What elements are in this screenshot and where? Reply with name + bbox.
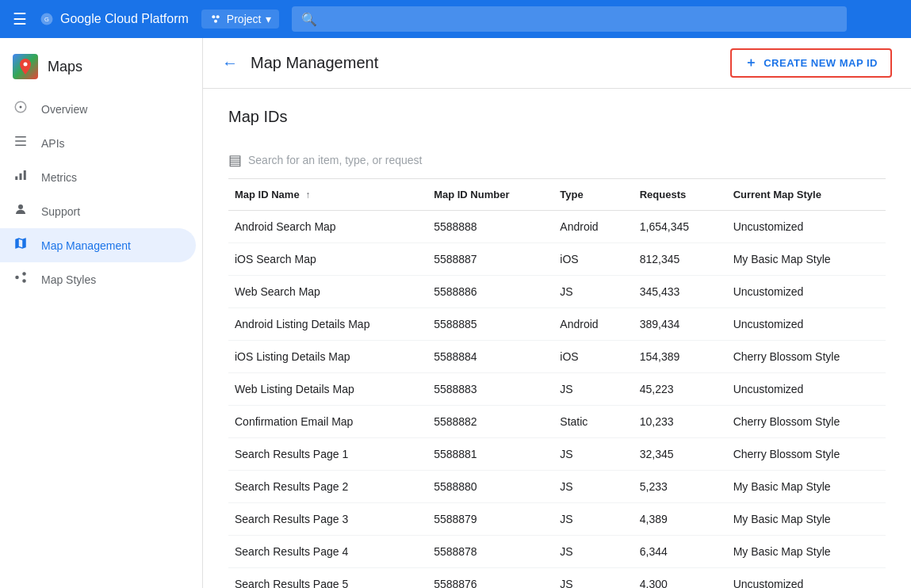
sidebar-app-title: Maps [48, 59, 82, 75]
cell-type: Static [547, 406, 626, 438]
sidebar: Maps Overview APIs Metrics Support Map M… [0, 38, 203, 588]
cell-type: Android [547, 211, 626, 243]
plus-icon: ＋ [744, 55, 758, 71]
cell-number: 5588885 [421, 308, 547, 341]
search-bar[interactable]: 🔍 [292, 6, 847, 32]
cell-number: 5588883 [421, 373, 547, 406]
col-header-number: Map ID Number [421, 179, 547, 211]
cell-style: My Basic Map Style [721, 471, 886, 503]
table-row[interactable]: Web Search Map5588886JS345,433Uncustomiz… [228, 276, 886, 308]
table-header: Map ID Name ↑Map ID NumberTypeRequestsCu… [228, 179, 886, 211]
top-header: ☰ G Google Cloud Platform Project ▾ 🔍 [0, 0, 911, 38]
map-management-icon [13, 236, 29, 254]
svg-rect-8 [15, 140, 26, 142]
cell-requests: 4,300 [627, 568, 721, 589]
cell-style: My Basic Map Style [721, 243, 886, 276]
svg-point-2 [212, 15, 215, 18]
col-header-name[interactable]: Map ID Name ↑ [228, 179, 421, 211]
maps-logo-icon [16, 57, 35, 76]
cell-requests: 154,389 [627, 341, 721, 373]
cell-name: iOS Listing Details Map [228, 341, 421, 373]
svg-text:G: G [44, 16, 49, 23]
apis-icon [13, 134, 29, 152]
sidebar-item-support[interactable]: Support [0, 194, 196, 228]
cell-number: 5588888 [421, 211, 547, 243]
table-row[interactable]: Search Results Page 25588880JS5,233My Ba… [228, 471, 886, 503]
table-row[interactable]: Search Results Page 35588879JS4,389My Ba… [228, 503, 886, 536]
sidebar-item-label: Overview [41, 103, 87, 116]
cell-type: iOS [547, 243, 626, 276]
cell-type: JS [547, 276, 626, 308]
sidebar-item-map-management[interactable]: Map Management [0, 228, 196, 262]
cell-number: 5588881 [421, 438, 547, 471]
cell-requests: 4,389 [627, 503, 721, 536]
overview-icon [13, 100, 29, 118]
cell-name: Search Results Page 4 [228, 536, 421, 568]
filter-placeholder: Search for an item, type, or request [248, 154, 422, 166]
create-button-label: CREATE NEW MAP ID [764, 57, 878, 69]
sidebar-item-label: Support [41, 205, 80, 218]
cell-type: JS [547, 438, 626, 471]
svg-point-15 [22, 272, 26, 276]
create-new-map-id-button[interactable]: ＋ CREATE NEW MAP ID [730, 48, 892, 78]
sidebar-item-label: Map Management [41, 239, 131, 252]
svg-point-3 [216, 15, 220, 18]
cell-name: iOS Search Map [228, 243, 421, 276]
table-row[interactable]: Confirmation Email Map5588882Static10,23… [228, 406, 886, 438]
table-row[interactable]: Search Results Page 55588876JS4,300Uncus… [228, 568, 886, 589]
svg-point-4 [214, 20, 217, 23]
support-icon [13, 202, 29, 220]
cell-name: Web Search Map [228, 276, 421, 308]
cell-style: Uncustomized [721, 373, 886, 406]
svg-point-13 [18, 204, 23, 209]
cell-number: 5588882 [421, 406, 547, 438]
sidebar-item-label: Map Styles [41, 273, 96, 286]
project-selector[interactable]: Project ▾ [201, 10, 280, 29]
back-button[interactable]: ← [222, 54, 238, 72]
metrics-icon [13, 168, 29, 186]
page-title: Map Management [251, 54, 378, 72]
sidebar-header: Maps [0, 44, 202, 92]
cell-requests: 389,434 [627, 308, 721, 341]
table-row[interactable]: Android Search Map5588888Android1,654,34… [228, 211, 886, 243]
sidebar-item-metrics[interactable]: Metrics [0, 160, 196, 194]
table-body: Android Search Map5588888Android1,654,34… [228, 211, 886, 589]
cell-type: Android [547, 308, 626, 341]
sidebar-item-overview[interactable]: Overview [0, 92, 196, 126]
content-area: Map IDs ▤ Search for an item, type, or r… [203, 89, 911, 588]
cell-type: iOS [547, 341, 626, 373]
app-logo-text: G Google Cloud Platform [40, 12, 189, 26]
cell-number: 5588884 [421, 341, 547, 373]
table-row[interactable]: iOS Search Map5588887iOS812,345My Basic … [228, 243, 886, 276]
cell-type: JS [547, 568, 626, 589]
map-styles-icon [13, 270, 29, 288]
col-header-type: Type [547, 179, 626, 211]
cell-type: JS [547, 373, 626, 406]
cell-type: JS [547, 503, 626, 536]
svg-rect-11 [20, 174, 22, 180]
filter-icon: ▤ [228, 151, 242, 169]
cell-number: 5588876 [421, 568, 547, 589]
table-row[interactable]: Android Listing Details Map5588885Androi… [228, 308, 886, 341]
table-row[interactable]: Search Results Page 15588881JS32,345Cher… [228, 438, 886, 471]
table-row[interactable]: Search Results Page 45588878JS6,344My Ba… [228, 536, 886, 568]
svg-point-16 [22, 279, 26, 283]
section-title: Map IDs [228, 108, 886, 126]
layout: Maps Overview APIs Metrics Support Map M… [0, 38, 911, 588]
cell-number: 5588886 [421, 276, 547, 308]
dropdown-arrow-icon: ▾ [266, 13, 271, 25]
svg-point-6 [20, 106, 22, 109]
cell-requests: 10,233 [627, 406, 721, 438]
sidebar-item-apis[interactable]: APIs [0, 126, 196, 160]
table-row[interactable]: Web Listing Details Map5588883JS45,223Un… [228, 373, 886, 406]
cell-style: Uncustomized [721, 211, 886, 243]
cell-style: Cherry Blossom Style [721, 406, 886, 438]
sidebar-item-map-styles[interactable]: Map Styles [0, 262, 196, 296]
cell-name: Web Listing Details Map [228, 373, 421, 406]
sidebar-items-container: Overview APIs Metrics Support Map Manage… [0, 92, 202, 296]
table-row[interactable]: iOS Listing Details Map5588884iOS154,389… [228, 341, 886, 373]
cell-requests: 32,345 [627, 438, 721, 471]
project-icon [209, 13, 222, 25]
hamburger-icon[interactable]: ☰ [13, 10, 27, 29]
sub-header: ← Map Management ＋ CREATE NEW MAP ID [203, 38, 911, 89]
